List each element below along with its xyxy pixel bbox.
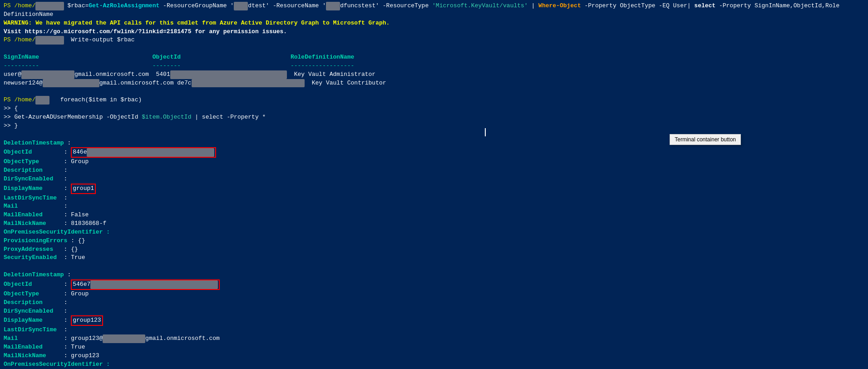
tooltip-terminal-container: Terminal container button [670,134,741,145]
col-objectid: ObjectId [153,53,181,62]
command-line-1b: DefinitionName [4,10,864,19]
prompt-1: PS /home/ [4,2,35,10]
blurred-domain-2: ████████████████ [43,79,99,88]
prop-object-type-1: ObjectType : Group [4,158,864,166]
table-separator-row: ---------- -------- ------------------ [4,62,864,70]
warning-line-2: Visit https://go.microsoft.com/fwlink/?l… [4,28,864,36]
blank-1 [4,45,864,53]
prop-dir-sync-enabled-1: DirSyncEnabled : [4,175,864,184]
table-header-row: SignInName ObjectId RoleDefinitionName [4,53,864,62]
blurred-user-2: ████████ [35,36,64,45]
blurred-user-1: ████████ [35,2,64,10]
prop-on-premises-2: OnPremisesSecurityIdentifier : [4,360,864,369]
prop-mail-enabled-2: MailEnabled : True [4,343,864,352]
prop-display-name-2: DisplayName : group123 [4,315,864,326]
blurred-rg: ████ [234,2,248,10]
col-signinname: SignInName [4,53,39,62]
text-cursor [485,128,486,136]
prop-proxy-addresses-1: ProxyAddresses : {} [4,245,864,254]
command-get-azure-ad: >> Get-AzureADUserMembership -ObjectId $… [4,113,864,122]
prop-mail-enabled-1: MailEnabled : False [4,211,864,219]
displayname-value-2-box: group123 [71,315,103,326]
prop-mail-nickname-2: MailNickName : group123 [4,352,864,360]
prop-object-id-2: ObjectId : 546e7████████████████████████… [4,279,864,290]
blurred-user-3: ████ [35,96,49,105]
table-row-1: user@███████████████gmail.onmicrosoft.co… [4,70,864,79]
objectid-value-1-box: 846e████████████████████████████████████ [71,147,216,158]
blurred-objectid-1: █████████████████████████████████ [170,70,287,79]
prop-provisioning-errors-1: ProvisioningErrors : {} [4,237,864,245]
blurred-oid-1: ████████████████████████████████████ [87,148,214,157]
prop-description-2: Description : [4,299,864,307]
blurred-rn: ████ [326,2,340,10]
prop-dir-sync-enabled-2: DirSyncEnabled : [4,307,864,316]
cmd-get-az-role: Get-AzRoleAssignment [89,2,159,10]
blank-4 [4,262,864,271]
col-roledefinitionname: RoleDefinitionName [291,53,354,62]
objectid-value-2-box: 546e7███████████████████████████████████… [71,279,220,290]
blurred-oid-2: ████████████████████████████████████ [90,280,218,289]
warning-line-1: WARNING: We have migrated the API calls … [4,19,864,28]
prop-mail-nickname-1: MailNickName : 81836868-f [4,219,864,228]
prop-deletion-timestamp-2: DeletionTimestamp : [4,271,864,279]
command-line-1: PS /home/████████ $rbac=Get-AzRoleAssign… [4,2,864,10]
prop-last-dir-sync-1: LastDirSyncTime : [4,194,864,203]
blank-2 [4,87,864,96]
prop-display-name-1: DisplayName : group1 [4,184,864,194]
command-brace-open: >> { [4,105,864,113]
prop-on-premises-1: OnPremisesSecurityIdentifier : [4,228,864,237]
displayname-value-1-box: group1 [71,184,96,194]
blurred-mail-2: ████████████ [103,334,145,343]
table-row-2: newuser124@████████████████gmail.onmicro… [4,79,864,88]
blurred-domain-1: ███████████████ [21,70,74,79]
prop-object-id-1: ObjectId : 846e█████████████████████████… [4,147,864,158]
command-foreach: PS /home/████ foreach($item in $rbac) [4,96,864,105]
prop-security-enabled-1: SecurityEnabled : True [4,254,864,262]
prop-mail-1: Mail : [4,202,864,211]
prop-object-type-2: ObjectType : Group [4,290,864,299]
command-line-2: PS /home/████████ Write-output $rbac [4,36,864,45]
prop-description-1: Description : [4,166,864,175]
prop-last-dir-sync-2: LastDirSyncTime : [4,326,864,334]
terminal-window[interactable]: PS /home/████████ $rbac=Get-AzRoleAssign… [0,0,868,369]
cmd-where-object: Where-Object [538,2,581,10]
prop-mail-2: Mail : group123@████████████gmail.onmicr… [4,334,864,343]
blurred-objectid-2: ████████████████████████████████ [192,79,305,88]
command-brace-close: >> } [4,122,864,130]
